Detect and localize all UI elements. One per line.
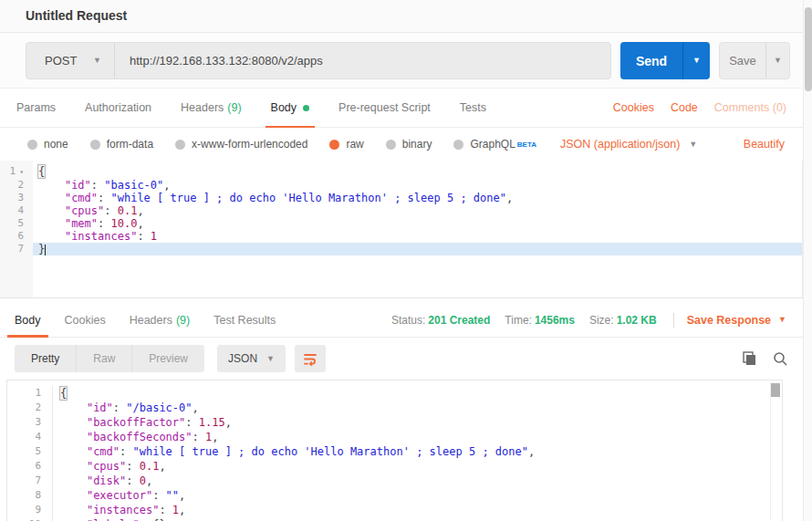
response-tab-headers[interactable]: Headers (9) [130,303,191,337]
code-line: 1{ [7,386,782,401]
chevron-down-icon: ▼ [689,141,697,149]
response-scrollbar[interactable] [770,381,781,521]
fold-caret-icon[interactable]: ▾ [19,168,24,176]
body-type-none[interactable]: none [27,138,68,151]
code-text: "mem": 10.0, [33,217,802,230]
line-number: 5 [0,217,33,230]
code-line: 7 "disk": 0, [7,474,782,488]
save-button[interactable]: Save [720,43,765,78]
code-text: { [53,386,782,401]
tab-label: Params [16,101,56,114]
code-line: 6 "cpus": 0.1, [7,459,782,474]
code-line: 9 "instances": 1, [7,503,782,517]
view-label: Pretty [31,352,59,365]
chevron-down-icon: ▼ [93,57,101,65]
tab-label: Cookies [65,314,106,327]
save-response-button[interactable]: Save Response ▼ [687,314,786,327]
line-number: 5 [7,444,53,459]
line-number: 2 [0,179,33,192]
content-type-select[interactable]: JSON (application/json) ▼ [560,138,697,151]
body-type-binary[interactable]: binary [386,138,432,151]
send-split-button: Send ▼ [620,42,710,79]
beautify-link[interactable]: Beautify [744,138,785,151]
tab-tests[interactable]: Tests [458,89,488,127]
response-format-select[interactable]: JSON ▼ [217,345,286,372]
body-type-raw[interactable]: raw [329,138,363,151]
search-response-button[interactable] [772,350,788,367]
chevron-down-icon: ▼ [774,57,782,65]
comments-link[interactable]: Comments (0) [714,89,786,127]
url-input[interactable]: http://192.168.133.132:8080/v2/apps [115,43,610,78]
method-select[interactable]: POST ▼ [26,43,114,78]
code-line: 3 "cmd": "while [ true ] ; do echo 'Hell… [0,192,802,204]
copy-icon [741,350,757,367]
cookies-link[interactable]: Cookies [613,89,654,127]
line-number: 1▾ [0,165,33,179]
send-label: Send [636,54,667,68]
code-text: "backoffSeconds": 1, [53,430,782,444]
body-type-graphql[interactable]: GraphQL BETA [453,138,536,151]
response-tab-cookies[interactable]: Cookies [65,303,106,337]
code-line: 7} [0,243,802,255]
body-type-x-www-form-urlencoded[interactable]: x-www-form-urlencoded [175,138,307,151]
save-options-button[interactable]: ▼ [765,43,789,78]
radio-label: x-www-form-urlencoded [192,138,307,151]
code-text: "cpus": 0.1, [33,204,802,217]
send-options-button[interactable]: ▼ [682,42,710,79]
view-pretty-button[interactable]: Pretty [15,345,76,372]
request-body-editor[interactable]: 1▾{2 "id": "basic-0",3 "cmd": "while [ t… [0,161,803,298]
scrollbar-thumb[interactable] [805,7,812,91]
code-label: Code [671,101,698,114]
code-text: "disk": 0, [53,474,782,488]
response-body-editor[interactable]: 1{2 "id": "/basic-0",3 "backoffFactor": … [6,380,783,521]
response-tab-body[interactable]: Body [15,303,41,337]
method-label: POST [45,54,77,68]
code-text: "instances": 1 [33,230,802,243]
code-line: 2 "id": "basic-0", [0,179,802,192]
code-line: 8 "executor": "", [7,488,782,503]
send-button[interactable]: Send [620,42,682,79]
tab-label: Body [15,314,41,327]
code-text: } [33,243,802,255]
tab-pre-request-script[interactable]: Pre-request Script [337,89,432,127]
tab-authorization[interactable]: Authorization [83,89,153,127]
view-raw-button[interactable]: Raw [76,345,131,372]
tab-body[interactable]: Body [269,89,312,127]
body-type-bar: none form-data x-www-form-urlencoded raw… [0,128,803,161]
divider [673,313,674,328]
line-number: 7 [0,243,33,255]
page-scrollbar[interactable] [803,0,812,521]
headers-count: (9) [176,314,190,327]
code-line: 1▾{ [0,165,802,179]
postman-window: Untitled Request POST ▼ http://192.168.1… [0,0,812,521]
copy-response-button[interactable] [741,350,757,367]
tab-headers[interactable]: Headers (9) [179,89,244,127]
tab-label: Body [271,101,297,114]
save-response-label: Save Response [687,314,771,327]
response-tab-test-results[interactable]: Test Results [213,303,276,337]
time-label: Time: [505,314,532,327]
code-line: 10 "labels": {}, [7,517,782,521]
body-type-form-data[interactable]: form-data [90,138,153,151]
save-label: Save [729,54,756,68]
code-link[interactable]: Code [671,89,698,127]
time-value: 1456ms [535,314,575,327]
code-line: 5 "mem": 10.0, [0,217,802,230]
line-number: 8 [7,488,53,503]
wrap-text-button[interactable] [295,345,326,372]
url-value: http://192.168.133.132:8080/v2/apps [130,54,323,68]
request-title: Untitled Request [26,8,127,23]
format-label: JSON [228,352,257,365]
headers-count: (9) [227,101,241,114]
line-number: 10 [7,517,53,521]
line-number: 2 [7,401,53,415]
tab-params[interactable]: Params [15,89,57,127]
chevron-down-icon: ▼ [692,57,701,65]
beautify-label: Beautify [744,138,785,151]
code-text: "instances": 1, [53,503,782,517]
code-line: 4 "cpus": 0.1, [0,204,802,217]
line-number: 3 [7,415,53,430]
view-preview-button[interactable]: Preview [131,345,204,372]
tab-label: Headers [130,314,172,327]
scrollbar-thumb[interactable] [771,383,780,397]
